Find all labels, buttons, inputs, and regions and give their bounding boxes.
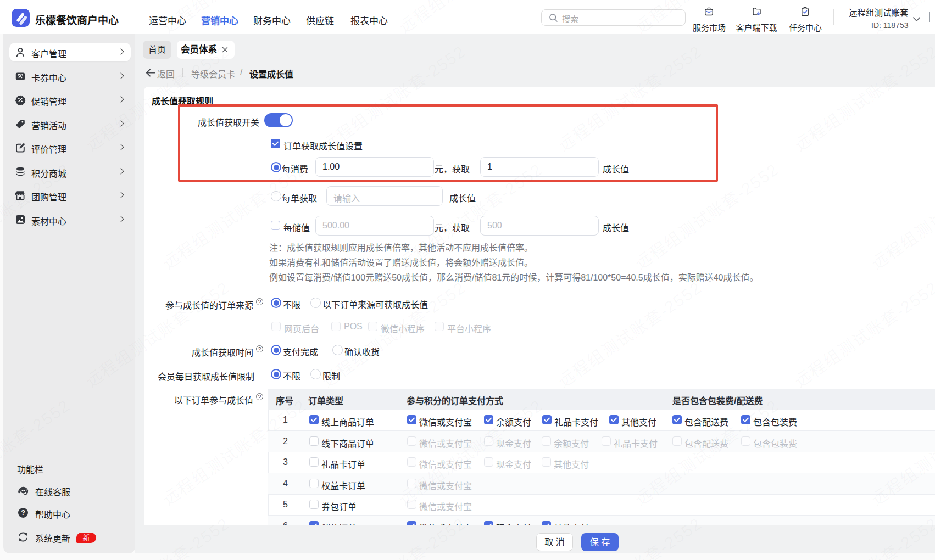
svg-text:?: ? bbox=[21, 509, 25, 517]
